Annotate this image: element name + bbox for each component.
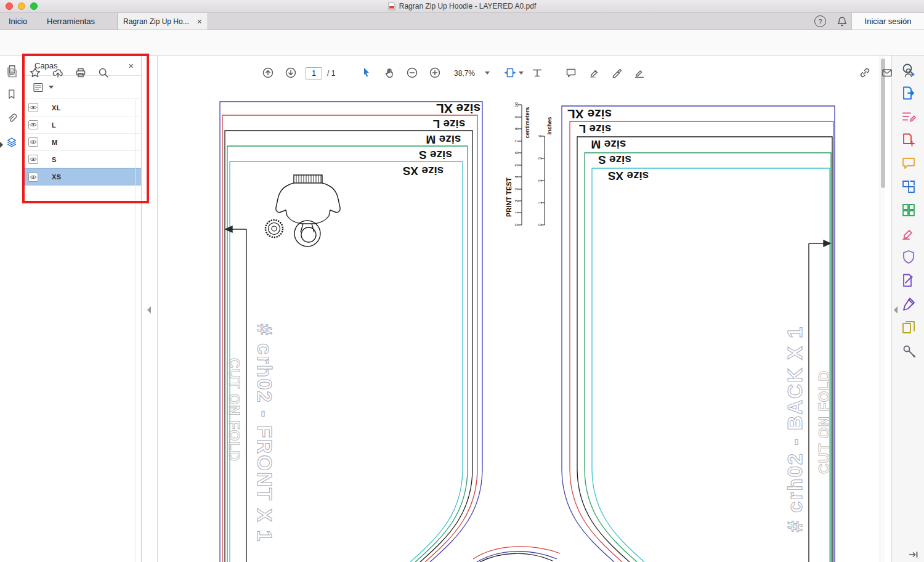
- collapse-tools-handle[interactable]: [894, 306, 898, 314]
- svg-text:10: 10: [514, 102, 519, 107]
- svg-text:3: 3: [514, 188, 519, 190]
- select-tool-button[interactable]: [360, 67, 373, 79]
- hand-tool-button[interactable]: [383, 67, 395, 79]
- close-window-button[interactable]: [6, 2, 13, 10]
- next-view-arrow-icon[interactable]: [908, 550, 919, 559]
- pdf-file-icon: [388, 2, 395, 10]
- svg-text:4: 4: [514, 176, 519, 178]
- tab-document[interactable]: Ragran Zip Up Ho... ×: [117, 13, 208, 30]
- layer-options-caret[interactable]: [49, 86, 54, 89]
- previous-page-button[interactable]: [262, 67, 274, 79]
- pen-sign-tool-button[interactable]: [610, 67, 623, 79]
- organize-pages-icon[interactable]: [901, 202, 917, 218]
- svg-text:9: 9: [514, 116, 519, 118]
- front-size-xl-label: size XL: [436, 102, 481, 116]
- front-piece-name: # crh02 - FRONT X 1: [253, 324, 276, 542]
- main-toolbar: / 1 38,7%: [0, 30, 924, 55]
- upload-cloud-button[interactable]: [52, 67, 64, 79]
- svg-text:5: 5: [514, 164, 519, 166]
- svg-text:3: 3: [538, 157, 542, 160]
- back-size-m-label: size M: [591, 138, 626, 151]
- fit-dropdown-caret[interactable]: [519, 71, 524, 75]
- help-question-icon: ?: [818, 18, 822, 25]
- front-cut-on-fold-label: CUT ON FOLD: [226, 358, 242, 462]
- send-email-icon[interactable]: [881, 67, 893, 79]
- certificates-icon[interactable]: [901, 296, 917, 312]
- fill-sign-tool-button[interactable]: [633, 67, 646, 79]
- pattern-collar-piece: [473, 547, 560, 562]
- combine-files-icon[interactable]: [901, 179, 917, 195]
- attachments-paperclip-icon[interactable]: [6, 112, 19, 126]
- tab-close-icon[interactable]: ×: [197, 17, 202, 26]
- zoom-in-button[interactable]: [429, 67, 441, 79]
- tab-home[interactable]: Inicio: [9, 13, 27, 30]
- share-with-people-icon[interactable]: [903, 67, 915, 79]
- zoom-dropdown-caret[interactable]: [485, 71, 490, 75]
- create-pdf-icon[interactable]: [901, 132, 917, 148]
- comment-tool-pane-icon[interactable]: [901, 155, 917, 171]
- svg-text:7: 7: [514, 140, 519, 142]
- layer-visibility-eye-icon[interactable]: [28, 137, 38, 147]
- layer-label: L: [52, 121, 56, 129]
- protect-pdf-icon[interactable]: [901, 249, 917, 265]
- fill-sign-pane-icon[interactable]: [901, 226, 917, 242]
- layers-options-row: [25, 76, 141, 99]
- layer-visibility-eye-icon[interactable]: [28, 155, 38, 164]
- fit-width-button[interactable]: [504, 67, 516, 79]
- hoodie-figure: [276, 175, 340, 246]
- window-title-text: Ragran Zip Up Hoodie - LAYERED A0.pdf: [399, 2, 537, 10]
- minimize-window-button[interactable]: [18, 2, 25, 10]
- layers-panel-icon[interactable]: [6, 136, 19, 150]
- layer-label: M: [52, 139, 58, 146]
- highlighter-tool-button[interactable]: [588, 67, 600, 79]
- layer-row-xs-selected[interactable]: XS: [25, 168, 141, 185]
- edit-pdf-icon[interactable]: [901, 108, 917, 124]
- collapse-panel-handle[interactable]: [147, 306, 151, 314]
- traffic-lights: [6, 2, 38, 10]
- tab-bar: Inicio Herramientas Ragran Zip Up Ho... …: [0, 13, 924, 30]
- layer-row-m[interactable]: M: [25, 134, 141, 151]
- close-panel-icon[interactable]: ×: [128, 60, 134, 71]
- vertical-scrollbar[interactable]: [880, 55, 885, 562]
- scan-ocr-icon[interactable]: [901, 272, 917, 288]
- zoom-out-button[interactable]: [406, 67, 418, 79]
- pdf-page[interactable]: size XL size L size M size S size XS siz…: [158, 55, 880, 562]
- star-favorite-button[interactable]: [29, 67, 41, 79]
- help-button[interactable]: ?: [814, 15, 826, 27]
- notifications-bell-icon[interactable]: [836, 15, 848, 28]
- more-tools-icon[interactable]: [901, 343, 917, 359]
- send-for-review-icon[interactable]: [901, 319, 917, 335]
- pdf-page-canvas[interactable]: size XL size L size M size S size XS siz…: [158, 55, 880, 562]
- front-size-m-label: size M: [426, 133, 461, 146]
- back-size-l-label: size L: [578, 123, 611, 136]
- save-button[interactable]: [6, 67, 18, 79]
- share-link-icon[interactable]: [859, 67, 871, 79]
- bookmarks-icon[interactable]: [6, 88, 19, 102]
- back-piece-name: # crh02 - BACK X 1: [784, 326, 806, 532]
- inches-label: inches: [546, 117, 553, 135]
- tab-tools[interactable]: Herramientas: [47, 13, 95, 30]
- layer-visibility-eye-icon[interactable]: [28, 103, 38, 112]
- svg-text:1: 1: [514, 211, 519, 214]
- layer-row-l[interactable]: L: [25, 116, 141, 134]
- front-size-s-label: size S: [419, 149, 452, 161]
- layer-visibility-eye-icon[interactable]: [28, 120, 38, 129]
- search-icon[interactable]: [97, 67, 110, 79]
- inch-tick-numbers: 0 1 2 3 4: [538, 135, 542, 226]
- layer-row-s[interactable]: S: [25, 151, 141, 168]
- sign-in-button[interactable]: Iniciar sesión: [851, 13, 924, 30]
- page-number-input[interactable]: [306, 67, 322, 79]
- layers-panel: Capas × XL L M S XS: [25, 55, 142, 562]
- layer-options-icon[interactable]: [33, 81, 46, 94]
- layer-row-xl[interactable]: XL: [25, 99, 141, 116]
- comment-tool-button[interactable]: [565, 67, 577, 79]
- back-cut-on-fold-label: CUT ON FOLD: [816, 370, 832, 474]
- print-button[interactable]: [75, 67, 87, 79]
- zoom-level-value[interactable]: 38,7%: [454, 69, 475, 78]
- tab-document-label: Ragran Zip Up Ho...: [123, 17, 189, 26]
- page-display-button[interactable]: [531, 67, 543, 79]
- export-pdf-icon[interactable]: [901, 85, 917, 101]
- fullscreen-window-button[interactable]: [30, 2, 38, 10]
- layer-visibility-eye-icon[interactable]: [28, 173, 38, 182]
- next-page-button[interactable]: [285, 67, 297, 79]
